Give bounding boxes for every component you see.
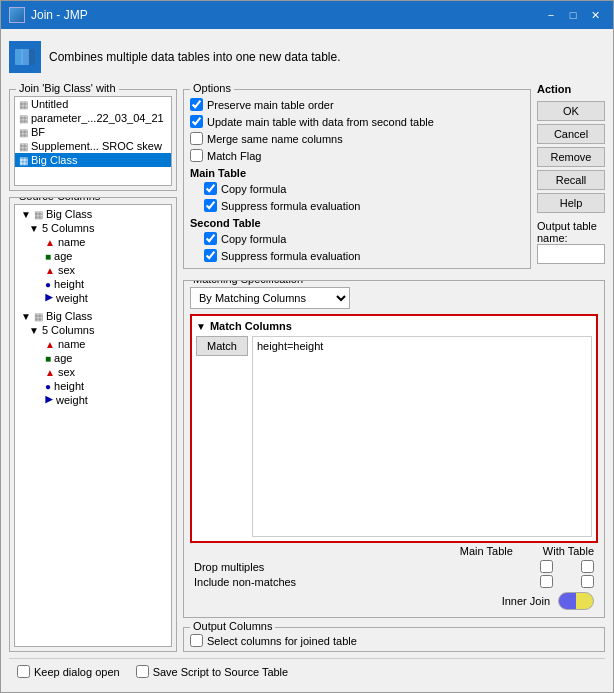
preserve-main-order-label: Preserve main table order [207,99,334,111]
list-item[interactable]: ▦ BF [15,125,171,139]
match-list[interactable]: height=height [252,336,592,537]
list-item[interactable]: ▦ Untitled [15,97,171,111]
cancel-button[interactable]: Cancel [537,124,605,144]
merge-same-name-checkbox[interactable] [190,132,203,145]
drop-multiples-label: Drop multiples [194,561,264,573]
source-columns-tree[interactable]: ▼ ▦ Big Class ▼ 5 Columns [14,204,172,647]
save-script-checkbox[interactable] [136,665,149,678]
matching-spec-group: Matching Specification By Matching Colum… [183,280,605,618]
main-table-group: Main Table Copy formula Suppress formula… [190,167,524,214]
col-age-1[interactable]: ■ age [43,249,167,263]
join-with-group: Join 'Big Class' with ▦ Untitled ▦ param… [9,89,177,191]
minimize-button[interactable]: − [541,6,561,24]
remove-button[interactable]: Remove [537,147,605,167]
output-columns-select-label: Select columns for joined table [207,635,357,647]
join-with-list[interactable]: ▦ Untitled ▦ parameter_...22_03_04_21 ▦ … [14,96,172,186]
close-button[interactable]: ✕ [585,6,605,24]
include-non-matches-main-checkbox[interactable] [540,575,553,588]
main-copy-formula-checkbox[interactable] [204,182,217,195]
window-title: Join - JMP [31,8,88,22]
output-columns-title: Output Columns [190,620,275,632]
drop-multiples-row: Drop multiples [190,559,598,574]
tree-subheader-2[interactable]: ▼ 5 Columns [27,323,167,337]
second-copy-formula-row: Copy formula [190,230,524,247]
match-columns-title: ▼ Match Columns [196,320,592,332]
list-item-big-class[interactable]: ▦ Big Class [15,153,171,167]
inner-join-toggle[interactable] [558,592,594,610]
drop-multiples-checkboxes [540,560,594,573]
title-bar-buttons: − □ ✕ [541,6,605,24]
tree-subgroup-2: ▼ 5 Columns ▲ name ■ [19,323,167,407]
matching-dropdown[interactable]: By Matching Columns Cartesian Join By Ro… [190,287,350,309]
matching-spec-title: Matching Specification [190,280,306,285]
tree-children-2: ▲ name ■ age ▲ sex [27,337,167,407]
tables-header-row: Main Table With Table [190,543,598,559]
list-item[interactable]: ▦ Supplement... SROC skew [15,139,171,153]
col-weight-1[interactable]: ◀ weight [43,291,167,305]
col-sex-2[interactable]: ▲ sex [43,365,167,379]
col-height-2[interactable]: ● height [43,379,167,393]
match-button[interactable]: Match [196,336,248,356]
match-flag-row: Match Flag [190,147,524,164]
with-table-header: With Table [543,545,594,557]
left-panel: Join 'Big Class' with ▦ Untitled ▦ param… [9,83,177,652]
tree-subheader-1[interactable]: ▼ 5 Columns [27,221,167,235]
main-table-header: Main Table [460,545,513,557]
col-name-2[interactable]: ▲ name [43,337,167,351]
main-suppress-formula-row: Suppress formula evaluation [190,197,524,214]
tree-group-1: ▼ ▦ Big Class ▼ 5 Columns [15,205,171,307]
header-row: Combines multiple data tables into one n… [9,37,605,77]
main-suppress-formula-checkbox[interactable] [204,199,217,212]
app-icon [9,7,25,23]
save-script-label: Save Script to Source Table [153,666,289,678]
col-weight-2[interactable]: ◀ weight [43,393,167,407]
preserve-main-order-checkbox[interactable] [190,98,203,111]
col-height-1[interactable]: ● height [43,277,167,291]
title-bar-left: Join - JMP [9,7,88,23]
ok-button[interactable]: OK [537,101,605,121]
join-icon-svg [13,45,37,69]
drop-multiples-with-checkbox[interactable] [581,560,594,573]
list-item[interactable]: ▦ parameter_...22_03_04_21 [15,111,171,125]
maximize-button[interactable]: □ [563,6,583,24]
merge-same-name-row: Merge same name columns [190,130,524,147]
second-copy-formula-checkbox[interactable] [204,232,217,245]
center-right: Options Preserve main table order Update… [183,83,605,652]
main-window: Join - JMP − □ ✕ Combines multiple data … [0,0,614,693]
inner-join-label: Inner Join [502,595,550,607]
main-suppress-formula-label: Suppress formula evaluation [221,200,360,212]
tree-header-2[interactable]: ▼ ▦ Big Class [19,309,167,323]
col-sex-1[interactable]: ▲ sex [43,263,167,277]
include-non-matches-label: Include non-matches [194,576,296,588]
col-age-2[interactable]: ■ age [43,351,167,365]
update-main-checkbox[interactable] [190,115,203,128]
options-group: Options Preserve main table order Update… [183,89,531,269]
match-flag-checkbox[interactable] [190,149,203,162]
merge-same-name-label: Merge same name columns [207,133,343,145]
include-non-matches-with-checkbox[interactable] [581,575,594,588]
update-main-row: Update main table with data from second … [190,113,524,130]
output-name-input[interactable] [537,244,605,264]
second-suppress-formula-checkbox[interactable] [204,249,217,262]
drop-multiples-main-checkbox[interactable] [540,560,553,573]
col-name-1[interactable]: ▲ name [43,235,167,249]
second-suppress-formula-row: Suppress formula evaluation [190,247,524,264]
include-non-matches-row: Include non-matches [190,574,598,589]
recall-button[interactable]: Recall [537,170,605,190]
match-columns-content: Match height=height [196,336,592,537]
keep-dialog-label: Keep dialog open [34,666,120,678]
header-description: Combines multiple data tables into one n… [49,50,341,64]
match-btn-col: Match [196,336,248,537]
keep-dialog-checkbox[interactable] [17,665,30,678]
tree-header-1[interactable]: ▼ ▦ Big Class [19,207,167,221]
main-copy-formula-label: Copy formula [221,183,286,195]
options-title: Options [190,83,234,94]
help-button[interactable]: Help [537,193,605,213]
second-suppress-formula-label: Suppress formula evaluation [221,250,360,262]
output-columns-checkbox[interactable] [190,634,203,647]
keep-dialog-row: Keep dialog open [17,663,120,680]
matching-dropdown-row: By Matching Columns Cartesian Join By Ro… [190,287,598,309]
second-copy-formula-label: Copy formula [221,233,286,245]
second-table-group: Second Table Copy formula Suppress formu… [190,217,524,264]
update-main-label: Update main table with data from second … [207,116,434,128]
